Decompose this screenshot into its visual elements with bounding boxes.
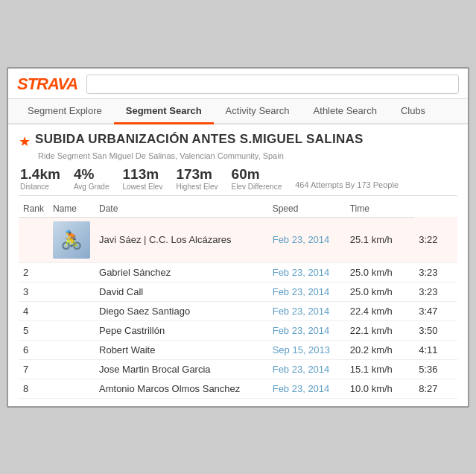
table-row: 8Amtonio Marcos Olmos SanchezFeb 23, 201… [19,379,457,398]
name-cell[interactable]: Pepe Castrillón [95,320,268,340]
col-speed: Speed [268,200,346,218]
avatar-cell-empty [48,340,95,359]
stat-highest-elev-label: Highest Elev [176,183,218,191]
time-cell: 5:36 [414,359,457,379]
star-icon: ★ [19,133,31,150]
name-cell[interactable]: Amtonio Marcos Olmos Sanchez [95,379,268,398]
table-row: 5Pepe CastrillónFeb 23, 201422.1 km/h3:5… [19,320,457,340]
speed-cell: 22.4 km/h [346,301,414,320]
table-row: 2Gabriel SánchezFeb 23, 201425.0 km/h3:2… [19,262,457,282]
name-cell[interactable]: David Call [95,282,268,301]
stat-avg-grade-label: Avg Grade [74,183,110,191]
attempts-text: 464 Attempts By 173 People [295,180,399,189]
date-cell: Feb 23, 2014 [268,262,346,282]
col-rank: Rank [19,200,48,218]
tab-segment-search[interactable]: Segment Search [114,99,214,124]
search-input[interactable] [86,75,459,94]
avatar-cell-empty [48,262,95,282]
main-content: ★ SUBIDA URBANIZACIÓN ANTES S.MIGUEL SAL… [8,124,468,406]
tab-segment-explore[interactable]: Segment Explore [16,99,114,124]
rank-cell: 3 [19,282,48,301]
avatar-cell: 🚴 [48,217,95,262]
divider [19,195,457,196]
rank-cell: 6 [19,340,48,359]
speed-cell: 22.1 km/h [346,320,414,340]
table-row: 7Jose Martin Brocal GarciaFeb 23, 201415… [19,359,457,379]
stat-distance-value: 1.4km [20,166,60,183]
segment-title: SUBIDA URBANIZACIÓN ANTES S.MIGUEL SALIN… [35,132,364,147]
stat-elev-diff-value: 60m [232,166,282,183]
stats-row: 1.4km Distance 4% Avg Grade 113m Lowest … [19,166,457,191]
speed-cell: 10.0 km/h [346,379,414,398]
avatar-cell-empty [48,282,95,301]
date-cell: Feb 23, 2014 [268,217,346,262]
strava-logo: STRAVA [17,75,77,94]
speed-cell: 15.1 km/h [346,359,414,379]
tab-athlete-search[interactable]: Athlete Search [302,99,389,124]
stat-lowest-elev: 113m Lowest Elev [123,166,163,191]
col-date: Date [95,200,268,218]
table-header-row: Rank Name Date Speed Time [19,200,457,218]
avatar-cell-empty [48,379,95,398]
segment-title-row: ★ SUBIDA URBANIZACIÓN ANTES S.MIGUEL SAL… [19,132,457,150]
stat-lowest-elev-value: 113m [123,166,163,183]
avatar: 🚴 [53,221,90,259]
table-row: 3David CallFeb 23, 201425.0 km/h3:23 [19,282,457,301]
stat-highest-elev-value: 173m [176,166,218,183]
time-cell: 4:11 [414,340,457,359]
col-name: Name [48,200,95,218]
rank-cell: 8 [19,379,48,398]
rank-cell: 4 [19,301,48,320]
table-row: 6Robert WaiteSep 15, 201320.2 km/h4:11 [19,340,457,359]
rank-cell: 5 [19,320,48,340]
time-cell: 3:23 [414,282,457,301]
stat-elev-diff-label: Elev Difference [232,183,282,191]
stat-avg-grade-value: 4% [74,166,110,183]
speed-cell: 20.2 km/h [346,340,414,359]
date-cell: Feb 23, 2014 [268,359,346,379]
col-time: Time [346,200,414,218]
date-cell: Feb 23, 2014 [268,379,346,398]
time-cell: 3:50 [414,320,457,340]
speed-cell: 25.1 km/h [346,217,414,262]
time-cell: 3:23 [414,262,457,282]
stat-distance-label: Distance [20,183,60,191]
tab-clubs[interactable]: Clubs [389,99,437,124]
rank-cell [19,217,48,262]
name-cell[interactable]: Jose Martin Brocal Garcia [95,359,268,379]
app-window: STRAVA Segment Explore Segment Search Ac… [7,67,469,408]
name-cell[interactable]: Diego Saez Santiago [95,301,268,320]
speed-cell: 25.0 km/h [346,262,414,282]
time-cell: 3:22 [414,217,457,262]
avatar-cell-empty [48,359,95,379]
stat-highest-elev: 173m Highest Elev [176,166,218,191]
time-cell: 3:47 [414,301,457,320]
stat-elev-diff: 60m Elev Difference [232,166,282,191]
name-cell[interactable]: Javi Sáez | C.C. Los Alcázares [95,217,268,262]
header: STRAVA [8,69,468,99]
segment-subtitle: Ride Segment San Miguel De Salinas, Vale… [38,151,457,160]
avatar-cell-empty [48,320,95,340]
nav-tabs: Segment Explore Segment Search Activity … [8,99,468,124]
rank-cell: 7 [19,359,48,379]
rank-cell: 2 [19,262,48,282]
avatar-cell-empty [48,301,95,320]
name-cell[interactable]: Gabriel Sánchez [95,262,268,282]
date-cell: Sep 15, 2013 [268,340,346,359]
table-row: 4Diego Saez SantiagoFeb 23, 201422.4 km/… [19,301,457,320]
stat-distance: 1.4km Distance [20,166,60,191]
name-cell[interactable]: Robert Waite [95,340,268,359]
date-cell: Feb 23, 2014 [268,282,346,301]
date-cell: Feb 23, 2014 [268,320,346,340]
speed-cell: 25.0 km/h [346,282,414,301]
stat-avg-grade: 4% Avg Grade [74,166,110,191]
tab-activity-search[interactable]: Activity Search [214,99,302,124]
table-row: 🚴Javi Sáez | C.C. Los AlcázaresFeb 23, 2… [19,217,457,262]
date-cell: Feb 23, 2014 [268,301,346,320]
time-cell: 8:27 [414,379,457,398]
leaderboard-table: Rank Name Date Speed Time 🚴Javi Sáez | C… [19,200,457,399]
stat-lowest-elev-label: Lowest Elev [123,183,163,191]
